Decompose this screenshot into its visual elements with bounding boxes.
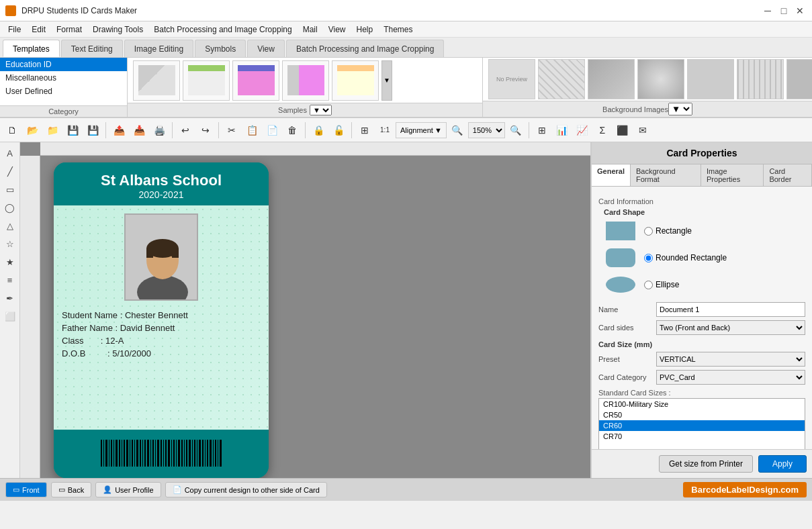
tab-text-editing[interactable]: Text Editing <box>61 40 123 57</box>
name-input[interactable] <box>656 302 805 317</box>
category-miscellaneous[interactable]: Miscellaneous <box>0 71 127 85</box>
zoom-in-btn[interactable]: 🔍 <box>448 121 467 140</box>
samples-scroll-down[interactable]: ▼ <box>381 60 392 101</box>
import-btn[interactable]: 📥 <box>130 121 148 140</box>
props-tab-card-border[interactable]: Card Border <box>764 164 812 186</box>
sample-thumb-5[interactable] <box>332 60 379 101</box>
btn-d[interactable]: ⬛ <box>613 121 632 140</box>
sample-thumb-1[interactable] <box>133 60 180 101</box>
tab-image-editing[interactable]: Image Editing <box>124 40 193 57</box>
menu-view[interactable]: View <box>323 21 351 38</box>
category-education-id[interactable]: Education ID <box>0 58 127 71</box>
bg-thumb-4[interactable] <box>637 59 684 99</box>
samples-dropdown[interactable]: ▼ <box>310 105 332 115</box>
menu-file[interactable]: File <box>3 21 26 38</box>
tool-barcode[interactable]: ≡ <box>2 272 18 288</box>
card-category-select[interactable]: PVC_Card Paper Card <box>656 370 805 385</box>
tool-pen[interactable]: ✒ <box>2 290 18 306</box>
size-cr70[interactable]: CR70 <box>599 431 805 442</box>
maximize-btn[interactable]: □ <box>777 4 791 17</box>
get-size-btn[interactable]: Get size from Printer <box>659 455 753 473</box>
props-tab-general[interactable]: General <box>592 164 631 186</box>
tool-star[interactable]: ☆ <box>2 236 18 252</box>
btn-c[interactable]: Σ <box>593 121 612 140</box>
lock1-btn[interactable]: 🔒 <box>309 121 328 140</box>
size-cr100[interactable]: CR100-Military Size <box>599 399 805 410</box>
redo-btn[interactable]: ↪ <box>196 121 215 140</box>
open2-btn[interactable]: 📁 <box>43 121 62 140</box>
tool-ellipse[interactable]: ◯ <box>2 199 18 215</box>
menu-mail[interactable]: Mail <box>298 21 323 38</box>
print-btn[interactable]: 🖨️ <box>150 121 169 140</box>
btn-b[interactable]: 📈 <box>573 121 592 140</box>
bg-thumb-7[interactable] <box>786 59 812 99</box>
menu-help[interactable]: Help <box>351 21 378 38</box>
save-btn[interactable]: 💾 <box>63 121 82 140</box>
sample-thumb-4[interactable] <box>282 60 329 101</box>
tab-symbols[interactable]: Symbols <box>195 40 246 57</box>
tool-star2[interactable]: ★ <box>2 254 18 270</box>
new-btn[interactable]: 🗋 <box>3 121 21 140</box>
btn-a[interactable]: 📊 <box>553 121 572 140</box>
menu-drawing-tools[interactable]: Drawing Tools <box>87 21 148 38</box>
bg-thumb-5[interactable] <box>687 59 734 99</box>
bg-thumb-1[interactable]: No Preview <box>488 59 535 99</box>
grid-btn[interactable]: ⊞ <box>355 121 374 140</box>
open-btn[interactable]: 📂 <box>23 121 42 140</box>
menu-batch[interactable]: Batch Processing and Image Cropping <box>148 21 297 38</box>
cut-btn[interactable]: ✂ <box>222 121 241 140</box>
tool-line[interactable]: ╱ <box>2 163 18 179</box>
props-tab-background-format[interactable]: Background Format <box>631 164 701 186</box>
preset-select[interactable]: VERTICAL HORIZONTAL <box>656 352 805 367</box>
bg-dropdown[interactable]: ▼ <box>668 103 692 115</box>
shape-radio-rounded[interactable]: Rounded Rectangle <box>644 253 727 262</box>
sample-thumb-3[interactable] <box>232 60 279 101</box>
save-as-btn[interactable]: 💾 <box>83 121 102 140</box>
radio-rectangle[interactable] <box>644 227 653 236</box>
tool-eraser[interactable]: ⬜ <box>2 308 18 324</box>
menu-format[interactable]: Format <box>51 21 87 38</box>
id-card[interactable]: St Albans School 2020-2021 <box>54 162 269 478</box>
sample-thumb-2[interactable] <box>183 60 230 101</box>
tool-text[interactable]: A <box>2 145 18 161</box>
props-tab-image-properties[interactable]: Image Properties <box>701 164 764 186</box>
bg-thumb-2[interactable] <box>538 59 585 99</box>
radio-rounded-rectangle[interactable] <box>644 254 653 262</box>
status-back[interactable]: ▭ Back <box>51 482 91 497</box>
card-sides-select[interactable]: Two (Front and Back) <box>656 320 805 335</box>
zoom-1-1-btn[interactable]: 1:1 <box>375 121 394 140</box>
zoom-out-btn[interactable]: 🔍 <box>506 121 525 140</box>
apply-btn[interactable]: Apply <box>758 455 807 473</box>
undo-btn[interactable]: ↩ <box>176 121 195 140</box>
close-btn[interactable]: ✕ <box>793 4 807 17</box>
status-copy[interactable]: 📄 Copy current design to other side of C… <box>165 482 327 497</box>
export-btn[interactable]: 📤 <box>109 121 128 140</box>
tab-batch[interactable]: Batch Processing and Image Cropping <box>286 40 444 57</box>
standard-card-list[interactable]: CR100-Military Size CR50 CR60 CR70 <box>598 398 805 449</box>
card-photo[interactable] <box>124 213 198 301</box>
minimize-btn[interactable]: ─ <box>761 4 774 17</box>
zoom-select[interactable]: 150% <box>468 122 505 138</box>
tab-templates[interactable]: Templates <box>3 40 60 57</box>
table-btn[interactable]: ⊞ <box>533 121 551 140</box>
paste-btn[interactable]: 📄 <box>263 121 281 140</box>
btn-e[interactable]: ✉ <box>633 121 652 140</box>
status-front[interactable]: ▭ Front <box>5 482 47 497</box>
menu-themes[interactable]: Themes <box>378 21 418 38</box>
bg-thumb-3[interactable] <box>588 59 635 99</box>
lock2-btn[interactable]: 🔓 <box>329 121 348 140</box>
status-user-profile[interactable]: 👤 User Profile <box>95 482 161 497</box>
tab-view[interactable]: View <box>247 40 285 57</box>
copy-btn[interactable]: 📋 <box>242 121 261 140</box>
size-cr60[interactable]: CR60 <box>599 420 805 431</box>
bg-thumb-6[interactable] <box>737 59 784 99</box>
size-cr50[interactable]: CR50 <box>599 410 805 420</box>
tool-rect[interactable]: ▭ <box>2 181 18 197</box>
tool-triangle[interactable]: △ <box>2 218 18 234</box>
alignment-btn[interactable]: Alignment ▼ <box>396 122 447 138</box>
shape-radio-rect[interactable]: Rectangle <box>644 226 692 236</box>
delete-btn[interactable]: 🗑 <box>283 121 302 140</box>
category-user-defined[interactable]: User Defined <box>0 85 127 98</box>
shape-radio-ellipse[interactable]: Ellipse <box>644 280 679 289</box>
radio-ellipse[interactable] <box>644 281 653 289</box>
